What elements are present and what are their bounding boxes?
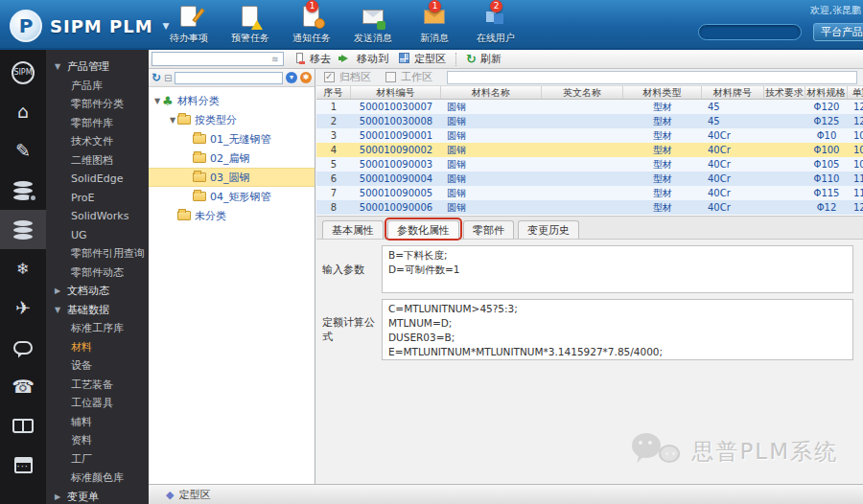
strip-sipm-badge-icon[interactable]: SIPM (0, 53, 46, 92)
sidebar-item-标准工序库[interactable]: 标准工序库 (46, 319, 149, 338)
table-row[interactable]: 4500010090002圆钢型材40CrΦ100100 (316, 143, 863, 157)
filter-clear-icon[interactable]: ≋ (271, 55, 284, 64)
app-logo[interactable]: P SIPM PLM ▼ (10, 10, 170, 42)
cell-材料牌号: 40Cr (702, 202, 764, 213)
detail-panel: 基本属性参数化属性零部件变更历史 输入参数 B=下料长度; D=可制件数=1 定… (316, 216, 863, 484)
sidebar-section-文档动态[interactable]: ▶文档动态 (46, 282, 149, 301)
tab-参数化属性[interactable]: 参数化属性 (387, 220, 459, 239)
badge: 1 (306, 0, 318, 12)
sidebar-section-基础数据[interactable]: ▼基础数据 (46, 301, 149, 320)
sidebar-item-零部件引用查询[interactable]: 零部件引用查询 (46, 244, 149, 263)
column-header-8[interactable]: 单重 (848, 86, 863, 99)
tab-基本属性[interactable]: 基本属性 (322, 220, 384, 239)
column-header-1[interactable]: 材料编号 (351, 86, 441, 99)
nav-item-online-users[interactable]: 2在线用户 (468, 5, 524, 45)
nav-item-send-message[interactable]: 发送消息 (345, 5, 401, 45)
sidebar-item-工艺装备[interactable]: 工艺装备 (46, 376, 149, 395)
toolbar-button-move-to[interactable]: 移动到 (340, 52, 388, 67)
table-row[interactable]: 5500010090003圆钢型材40CrΦ105105 (316, 157, 863, 172)
nav-item-notify-task[interactable]: 1通知任务 (284, 5, 339, 45)
formula-value[interactable]: C=MTLUNITNUM>45?5:3; MTLNUM=D; DUSER03=B… (382, 299, 853, 360)
sidebar-item-技术文件[interactable]: 技术文件 (46, 132, 149, 151)
sidebar-item-零部件分类[interactable]: 零部件分类 (46, 95, 149, 114)
tree-expand-icon[interactable]: ▼ (152, 97, 162, 105)
column-header-5[interactable]: 材料牌号 (702, 86, 764, 99)
tree-refresh-icon[interactable]: ↻ (152, 71, 161, 84)
sidebar-item-零部件库[interactable]: 零部件库 (46, 114, 149, 133)
sidebar-section-产品管理[interactable]: ▼产品管理 (46, 57, 149, 77)
strip-book-icon[interactable] (0, 406, 46, 446)
sidebar-item-二维图档[interactable]: 二维图档 (46, 151, 149, 171)
sidebar-item-工厂[interactable]: 工厂 (46, 450, 149, 470)
strip-chat-icon[interactable] (0, 328, 46, 367)
strip-database-gear-icon[interactable] (0, 171, 46, 210)
nav-item-alert-task[interactable]: 预警任务 (222, 5, 278, 45)
sidebar-section-变更单[interactable]: ▶变更单 (46, 488, 149, 504)
tab-零部件[interactable]: 零部件 (463, 220, 514, 239)
tree-node-材料分类[interactable]: ▼♣材料分类 (149, 91, 315, 110)
nav-item-new-message[interactable]: 1新消息 (407, 5, 462, 45)
header-search-input[interactable] (698, 24, 802, 40)
sidebar-item-设备[interactable]: 设备 (46, 356, 149, 376)
strip-paper-plane-icon[interactable]: ✈ (0, 288, 46, 328)
tree-search-next-button[interactable]: ▾ (286, 72, 297, 83)
tree-search-clear-button[interactable]: ✱ (300, 72, 312, 83)
workspace-checkbox[interactable] (385, 72, 396, 82)
sidebar-item-产品库[interactable]: 产品库 (46, 77, 149, 96)
sidebar-item-SolidWorks[interactable]: SolidWorks (46, 207, 149, 226)
sidebar-item-工位器具[interactable]: 工位器具 (46, 394, 149, 413)
table-row[interactable]: 2500010030008圆钢型材45Φ125125 (316, 114, 863, 128)
sidebar-item-资料[interactable]: 资料 (46, 431, 149, 450)
sidebar-item-ProE[interactable]: ProE (46, 189, 149, 208)
column-header-7[interactable]: 材料规格 (805, 86, 848, 99)
table-row[interactable]: 3500010090001圆钢型材40CrΦ1010 (316, 128, 863, 143)
tree-node-03_圆钢[interactable]: 03_圆钢 (149, 168, 315, 187)
sidebar-item-材料[interactable]: 材料 (46, 338, 149, 357)
tree-search-input[interactable] (175, 72, 283, 84)
collapse-all-icon[interactable]: ⊟ (164, 73, 172, 83)
column-header-4[interactable]: 材料类型 (623, 86, 702, 99)
nav-item-todo[interactable]: 待办事项 (161, 5, 217, 45)
column-header-6[interactable]: 技术要求 (764, 86, 805, 99)
tree-node-04_矩形钢管[interactable]: 04_矩形钢管 (149, 187, 315, 206)
tree-node-02_扁钢[interactable]: 02_扁钢 (149, 149, 315, 168)
table-search-input[interactable] (447, 71, 857, 84)
column-header-0[interactable]: 序号 (316, 86, 351, 99)
platform-product-button[interactable]: 平台产品 ▼ (813, 23, 863, 41)
tree-node-按类型分[interactable]: ▼按类型分 (149, 110, 315, 129)
strip-compose-icon[interactable]: ✎ (0, 131, 46, 171)
toolbar-button-refresh[interactable]: ↻刷新 (466, 52, 501, 66)
sidebar-item-SolidEdge[interactable]: SolidEdge (46, 170, 149, 189)
table-row[interactable]: 1500010030007圆钢型材45Φ120120 (316, 100, 863, 114)
nav-item-label: 新消息 (420, 32, 449, 45)
tree-node-01_无缝钢管[interactable]: 01_无缝钢管 (149, 129, 315, 149)
tab-变更历史[interactable]: 变更历史 (518, 220, 579, 239)
tree-expand-icon[interactable]: ▼ (168, 116, 177, 125)
column-header-2[interactable]: 材料名称 (441, 86, 542, 99)
typing-area-tab[interactable]: 定型区 (178, 488, 210, 502)
tree-node-未分类[interactable]: 未分类 (149, 206, 315, 225)
strip-support-icon[interactable]: ☎ (0, 367, 46, 406)
cell-材料名称: 圆钢 (441, 101, 542, 114)
sidebar-item-标准颜色库[interactable]: 标准颜色库 (46, 469, 149, 488)
strip-home-icon[interactable]: ⌂ (0, 92, 46, 131)
toolbar-button-typing-area[interactable]: 定型区 (398, 52, 446, 67)
sidebar-item-辅料[interactable]: 辅料 (46, 413, 149, 432)
sidebar-section-arrow-icon: ▶ (55, 493, 63, 501)
table-row[interactable]: 6500010090004圆钢型材40CrΦ110110 (316, 172, 863, 186)
quick-filter-input[interactable] (152, 52, 284, 66)
sidebar-item-零部件动态[interactable]: 零部件动态 (46, 263, 149, 283)
input-params-value[interactable]: B=下料长度; D=可制件数=1 (382, 245, 853, 293)
cell-序号: 2 (316, 116, 351, 126)
strip-snowflake-icon[interactable]: ❄ (0, 249, 46, 288)
table-row[interactable]: 7500010090005圆钢型材40CrΦ115115 (316, 186, 863, 200)
toolbar-button-remove[interactable]: 移去 (293, 52, 331, 67)
cell-材料名称: 圆钢 (441, 115, 542, 128)
archive-checkbox[interactable] (324, 72, 335, 82)
column-header-3[interactable]: 英文名称 (542, 86, 623, 99)
table-row[interactable]: 8500010090006圆钢型材40CrΦ1212 (316, 200, 863, 215)
folder-icon (177, 211, 191, 220)
strip-calendar-icon[interactable] (0, 446, 46, 485)
sidebar-item-UG[interactable]: UG (46, 226, 149, 245)
strip-database-icon[interactable] (0, 210, 46, 249)
